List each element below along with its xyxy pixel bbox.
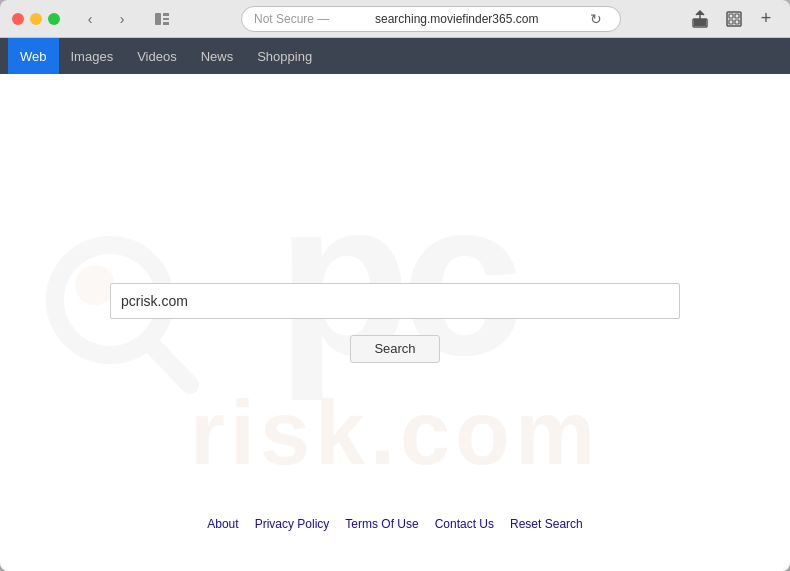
not-secure-label: Not Secure — (254, 12, 329, 26)
nav-item-web[interactable]: Web (8, 38, 59, 74)
nav-item-news[interactable]: News (189, 38, 246, 74)
footer-links: About Privacy Policy Terms Of Use Contac… (207, 517, 582, 531)
footer-link-terms[interactable]: Terms Of Use (345, 517, 418, 531)
svg-rect-0 (155, 13, 161, 25)
nav-bar: Web Images Videos News Shopping (0, 38, 790, 74)
fullscreen-button[interactable] (720, 7, 748, 31)
address-text: searching.moviefinder365.com (335, 12, 578, 26)
nav-item-images[interactable]: Images (59, 38, 126, 74)
nav-buttons: ‹ › (76, 7, 136, 31)
forward-button[interactable]: › (108, 7, 136, 31)
reload-button[interactable]: ↻ (584, 7, 608, 31)
reader-view-button[interactable] (148, 7, 176, 31)
share-button[interactable] (686, 7, 714, 31)
watermark-risk-text: risk.com (190, 388, 600, 478)
svg-rect-9 (735, 20, 739, 24)
back-button[interactable]: ‹ (76, 7, 104, 31)
new-tab-button[interactable]: + (754, 7, 778, 31)
footer-link-privacy[interactable]: Privacy Policy (255, 517, 330, 531)
footer-link-contact[interactable]: Contact Us (435, 517, 494, 531)
nav-item-videos[interactable]: Videos (125, 38, 189, 74)
footer-link-about[interactable]: About (207, 517, 238, 531)
toolbar-right: + (686, 7, 778, 31)
svg-rect-2 (163, 18, 169, 20)
search-button[interactable]: Search (350, 335, 440, 363)
svg-rect-7 (735, 14, 739, 18)
svg-rect-6 (729, 14, 733, 18)
maximize-button[interactable] (48, 13, 60, 25)
svg-rect-1 (163, 13, 169, 16)
traffic-lights (12, 13, 60, 25)
address-bar[interactable]: Not Secure — searching.moviefinder365.co… (241, 6, 621, 32)
browser-window: ‹ › Not Secure — searching.moviefinder36… (0, 0, 790, 571)
page-content: pc risk.com Search About Privacy Policy … (0, 74, 790, 571)
title-bar: ‹ › Not Secure — searching.moviefinder36… (0, 0, 790, 38)
svg-rect-3 (163, 22, 169, 25)
minimize-button[interactable] (30, 13, 42, 25)
search-form: Search (0, 283, 790, 363)
nav-item-shopping[interactable]: Shopping (245, 38, 324, 74)
svg-rect-8 (729, 20, 733, 24)
search-input[interactable] (110, 283, 680, 319)
address-bar-container: Not Secure — searching.moviefinder365.co… (184, 6, 678, 32)
close-button[interactable] (12, 13, 24, 25)
footer-link-reset[interactable]: Reset Search (510, 517, 583, 531)
